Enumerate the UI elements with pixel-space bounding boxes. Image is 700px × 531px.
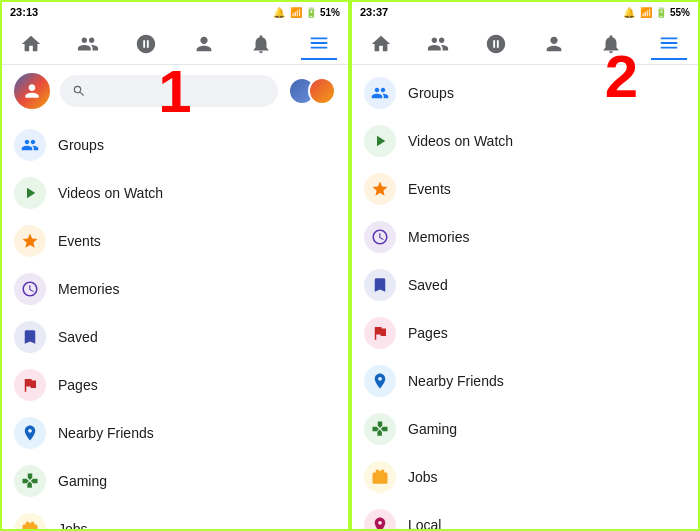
- menu-nearby-2[interactable]: Nearby Friends: [352, 357, 698, 405]
- saved-label-1: Saved: [58, 329, 98, 345]
- menu-memories-2[interactable]: Memories: [352, 213, 698, 261]
- jobs-icon-1: [14, 513, 46, 529]
- menu-gaming-2[interactable]: Gaming: [352, 405, 698, 453]
- pages-icon-1: [14, 369, 46, 401]
- avatar-1[interactable]: [14, 73, 50, 109]
- nav-groups-2[interactable]: [478, 28, 514, 60]
- menu-gaming-1[interactable]: Gaming: [2, 457, 348, 505]
- nav-menu-2[interactable]: [651, 28, 687, 60]
- nav-friends-2[interactable]: [420, 28, 456, 60]
- nearby-icon-1: [14, 417, 46, 449]
- nav-home-1[interactable]: [13, 28, 49, 60]
- nav-profile-2[interactable]: [536, 28, 572, 60]
- status-bar-1: 23:13 🔔 📶 🔋 51%: [2, 2, 348, 22]
- status-bar-2: 23:37 🔔 📶 🔋 55%: [352, 2, 698, 22]
- nav-notifications-1[interactable]: [243, 28, 279, 60]
- groups-label-2: Groups: [408, 85, 454, 101]
- time-2: 23:37: [360, 6, 388, 18]
- menu-videos-1[interactable]: Videos on Watch: [2, 169, 348, 217]
- menu-pages-2[interactable]: Pages: [352, 309, 698, 357]
- panel-2: 23:37 🔔 📶 🔋 55% 2 Groups: [350, 0, 700, 531]
- pages-label-2: Pages: [408, 325, 448, 341]
- menu-jobs-2[interactable]: Jobs: [352, 453, 698, 501]
- saved-label-2: Saved: [408, 277, 448, 293]
- events-label-2: Events: [408, 181, 451, 197]
- events-icon-2: [364, 173, 396, 205]
- videos-icon-1: [14, 177, 46, 209]
- groups-icon-1: [14, 129, 46, 161]
- saved-icon-1: [14, 321, 46, 353]
- menu-nearby-1[interactable]: Nearby Friends: [2, 409, 348, 457]
- nav-profile-1[interactable]: [186, 28, 222, 60]
- local-label-2: Local: [408, 517, 441, 529]
- menu-videos-2[interactable]: Videos on Watch: [352, 117, 698, 165]
- gaming-label-2: Gaming: [408, 421, 457, 437]
- corner-avatar-b: [308, 77, 336, 105]
- videos-label-1: Videos on Watch: [58, 185, 163, 201]
- gaming-icon-1: [14, 465, 46, 497]
- local-icon-2: [364, 509, 396, 529]
- profile-row-1: [2, 65, 348, 117]
- search-bar-1[interactable]: [60, 75, 278, 107]
- menu-events-1[interactable]: Events: [2, 217, 348, 265]
- status-icons-1: 🔔 📶 🔋 51%: [273, 7, 340, 18]
- corner-avatars-1: [288, 77, 336, 105]
- menu-groups-1[interactable]: Groups: [2, 121, 348, 169]
- nearby-label-1: Nearby Friends: [58, 425, 154, 441]
- gaming-label-1: Gaming: [58, 473, 107, 489]
- nav-menu-1[interactable]: [301, 28, 337, 60]
- panel-1: 23:13 🔔 📶 🔋 51%: [0, 0, 350, 531]
- nav-home-2[interactable]: [363, 28, 399, 60]
- menu-list-1: Groups Videos on Watch Events Memories S…: [2, 117, 348, 529]
- pages-label-1: Pages: [58, 377, 98, 393]
- menu-list-2: Groups Videos on Watch Events Memories S…: [352, 65, 698, 529]
- pages-icon-2: [364, 317, 396, 349]
- events-icon-1: [14, 225, 46, 257]
- groups-icon-2: [364, 77, 396, 109]
- groups-label-1: Groups: [58, 137, 104, 153]
- videos-label-2: Videos on Watch: [408, 133, 513, 149]
- nav-notifications-2[interactable]: [593, 28, 629, 60]
- nav-groups-1[interactable]: [128, 28, 164, 60]
- memories-label-1: Memories: [58, 281, 119, 297]
- events-label-1: Events: [58, 233, 101, 249]
- jobs-icon-2: [364, 461, 396, 493]
- menu-jobs-1[interactable]: Jobs: [2, 505, 348, 529]
- nav-bar-2: [352, 22, 698, 65]
- gaming-icon-2: [364, 413, 396, 445]
- menu-groups-2[interactable]: Groups: [352, 69, 698, 117]
- menu-memories-1[interactable]: Memories: [2, 265, 348, 313]
- jobs-label-1: Jobs: [58, 521, 88, 529]
- nearby-label-2: Nearby Friends: [408, 373, 504, 389]
- videos-icon-2: [364, 125, 396, 157]
- jobs-label-2: Jobs: [408, 469, 438, 485]
- nav-bar-1: [2, 22, 348, 65]
- saved-icon-2: [364, 269, 396, 301]
- nav-friends-1[interactable]: [70, 28, 106, 60]
- memories-label-2: Memories: [408, 229, 469, 245]
- nearby-icon-2: [364, 365, 396, 397]
- menu-saved-1[interactable]: Saved: [2, 313, 348, 361]
- memories-icon-2: [364, 221, 396, 253]
- menu-local-2[interactable]: Local: [352, 501, 698, 529]
- memories-icon-1: [14, 273, 46, 305]
- menu-saved-2[interactable]: Saved: [352, 261, 698, 309]
- menu-pages-1[interactable]: Pages: [2, 361, 348, 409]
- menu-events-2[interactable]: Events: [352, 165, 698, 213]
- time-1: 23:13: [10, 6, 38, 18]
- status-icons-2: 🔔 📶 🔋 55%: [623, 7, 690, 18]
